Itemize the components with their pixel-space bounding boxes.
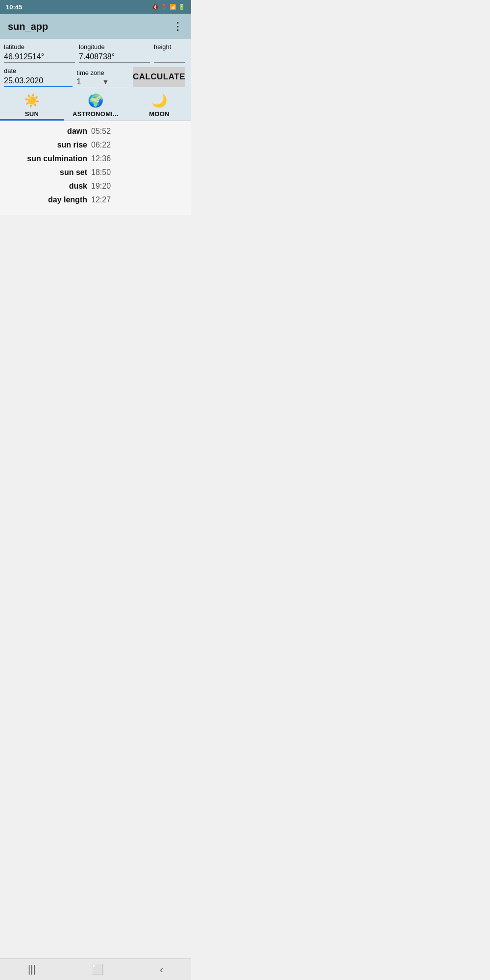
tab-bar: ☀️ SUN 🌍 ASTRONOMI... 🌙 MOON <box>0 89 191 121</box>
status-time: 10:45 <box>6 3 22 11</box>
table-row: dusk 19:20 <box>8 182 183 191</box>
date-group: date <box>4 67 73 87</box>
dusk-value: 19:20 <box>91 182 111 191</box>
culmination-value: 12:36 <box>91 154 111 163</box>
sunset-label: sun set <box>8 168 91 177</box>
daylength-value: 12:27 <box>91 196 111 204</box>
location-icon: 📍 <box>161 4 168 10</box>
input-section: latitude longitude height date time zone… <box>0 39 191 89</box>
app-title: sun_app <box>8 21 48 32</box>
sun-tab-label: SUN <box>25 110 39 118</box>
daylength-label: day length <box>8 196 91 204</box>
latitude-label: latitude <box>4 43 75 50</box>
status-icons: 🔇 📍 📶 🔋 <box>152 4 185 10</box>
calculate-button[interactable]: CALCULATE <box>133 67 185 87</box>
astronomical-tab-icon: 🌍 <box>88 93 103 108</box>
coordinates-row: latitude longitude height <box>4 43 185 63</box>
table-row: sun rise 06:22 <box>8 141 183 149</box>
date-label: date <box>4 67 73 74</box>
app-bar: sun_app ⋮ <box>0 14 191 39</box>
longitude-input[interactable] <box>79 51 150 63</box>
sunrise-value: 06:22 <box>91 141 111 149</box>
table-row: dawn 05:52 <box>8 127 183 136</box>
tab-astronomical[interactable]: 🌍 ASTRONOMI... <box>64 89 127 121</box>
table-row: sun set 18:50 <box>8 168 183 177</box>
timezone-label: time zone <box>76 69 129 76</box>
latitude-group: latitude <box>4 43 75 63</box>
timezone-wrapper: -12 -11 -10 -9 -8 -7 -6 -5 -4 -3 -2 -1 0… <box>76 77 129 87</box>
overflow-menu-button[interactable]: ⋮ <box>172 20 183 33</box>
latitude-input[interactable] <box>4 51 75 63</box>
sun-tab-icon: ☀️ <box>24 93 40 108</box>
timezone-select[interactable]: -12 -11 -10 -9 -8 -7 -6 -5 -4 -3 -2 -1 0… <box>76 77 101 86</box>
wifi-icon: 📶 <box>170 4 176 10</box>
table-row: sun culmination 12:36 <box>8 154 183 163</box>
date-timezone-row: date time zone -12 -11 -10 -9 -8 -7 -6 -… <box>4 67 185 87</box>
timezone-group: time zone -12 -11 -10 -9 -8 -7 -6 -5 -4 … <box>76 69 129 87</box>
battery-icon: 🔋 <box>178 4 185 10</box>
dropdown-arrow-icon: ▼ <box>102 78 109 86</box>
dawn-value: 05:52 <box>91 127 111 136</box>
sunrise-label: sun rise <box>8 141 91 149</box>
height-label: height <box>154 43 185 50</box>
moon-tab-label: MOON <box>149 110 170 118</box>
tab-moon[interactable]: 🌙 MOON <box>127 89 191 121</box>
results-section: dawn 05:52 sun rise 06:22 sun culminatio… <box>0 121 191 215</box>
astronomical-tab-label: ASTRONOMI... <box>73 110 119 118</box>
dusk-label: dusk <box>8 182 91 191</box>
height-group: height <box>154 43 185 63</box>
dawn-label: dawn <box>8 127 91 136</box>
table-row: day length 12:27 <box>8 196 183 204</box>
culmination-label: sun culmination <box>8 154 91 163</box>
moon-tab-icon: 🌙 <box>151 93 167 108</box>
status-bar: 10:45 🔇 📍 📶 🔋 <box>0 0 191 14</box>
mute-icon: 🔇 <box>152 4 159 10</box>
longitude-group: longitude <box>79 43 150 63</box>
height-input[interactable] <box>154 51 185 63</box>
date-input[interactable] <box>4 75 73 87</box>
longitude-label: longitude <box>79 43 150 50</box>
sunset-value: 18:50 <box>91 168 111 177</box>
tab-sun[interactable]: ☀️ SUN <box>0 89 64 121</box>
